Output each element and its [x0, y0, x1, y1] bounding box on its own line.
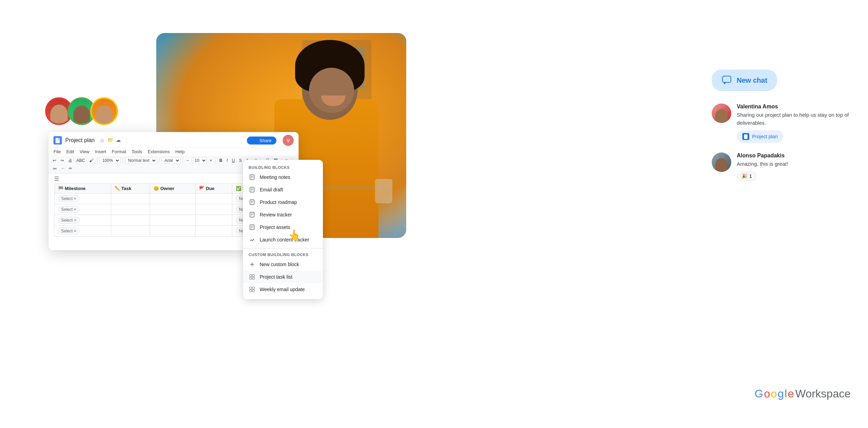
- cloud-icon[interactable]: ☁: [116, 137, 121, 144]
- menu-format[interactable]: Format: [112, 148, 126, 155]
- owner-cell-1[interactable]: [150, 194, 195, 204]
- undo-btn[interactable]: ↩: [51, 157, 58, 164]
- menu-edit[interactable]: Edit: [66, 148, 74, 155]
- milestone-cell-1[interactable]: Select ×: [55, 194, 111, 204]
- due-cell-1[interactable]: [195, 194, 232, 204]
- task-cell-4[interactable]: [111, 226, 150, 237]
- increase-font-btn[interactable]: +: [208, 157, 214, 164]
- dropdown-item-product-roadmap[interactable]: Product roadmap: [243, 196, 323, 208]
- milestone-select-3[interactable]: Select ×: [58, 217, 80, 224]
- zoom-select[interactable]: 100%: [99, 157, 120, 164]
- logo-letter-g2: g: [778, 387, 784, 400]
- svg-rect-32: [250, 290, 252, 292]
- style-select[interactable]: Normal text: [125, 157, 157, 164]
- chat-message-alonso: Alonso Papadakis Amazing, this is great!…: [712, 153, 851, 181]
- bold-btn[interactable]: B: [218, 157, 224, 164]
- alonso-name: Alonso Papadakis: [737, 153, 851, 159]
- spellcheck-btn[interactable]: ABC: [75, 157, 86, 164]
- logo-letter-g: G: [754, 387, 763, 400]
- dropdown-item-weekly-email[interactable]: Weekly email update: [243, 283, 323, 296]
- chat-message-valentina: Valentina Amos Sharing our project plan …: [712, 104, 851, 143]
- menu-insert[interactable]: Insert: [95, 148, 106, 155]
- svg-rect-30: [250, 287, 252, 289]
- menu-tools[interactable]: Tools: [132, 148, 142, 155]
- strikethrough-btn[interactable]: S: [237, 157, 243, 164]
- folder-icon[interactable]: 📁: [107, 137, 113, 144]
- menu-file[interactable]: File: [53, 148, 61, 155]
- share-button[interactable]: 👤 Share: [247, 137, 276, 145]
- building-blocks-label: BUILDLING BLOCKS: [243, 163, 323, 171]
- due-cell-2[interactable]: [195, 204, 232, 215]
- task-cell-2[interactable]: [111, 204, 150, 215]
- menu-extensions[interactable]: Extensions: [148, 148, 170, 155]
- milestone-select-4[interactable]: Select ×: [58, 228, 80, 234]
- svg-rect-1: [56, 140, 59, 140]
- dropdown-item-review-tracker[interactable]: Review tracker: [243, 208, 323, 221]
- weekly-email-label: Weekly email update: [260, 287, 305, 292]
- toolbar-separator-1: [97, 157, 97, 164]
- col-due: 🚩 Due: [195, 184, 232, 194]
- workspace-text: Workspace: [795, 387, 851, 400]
- user-avatar: V: [283, 135, 294, 146]
- svg-rect-28: [250, 277, 252, 279]
- reaction-badge[interactable]: 🎉 1: [737, 172, 757, 181]
- content-tracker-icon: [249, 236, 256, 243]
- dropdown-item-meeting-notes[interactable]: Meeting notes: [243, 171, 323, 183]
- dropdown-item-project-task-list[interactable]: Project task list: [243, 271, 323, 283]
- meeting-notes-icon: [249, 174, 256, 181]
- star-icon[interactable]: ☆: [100, 137, 105, 144]
- svg-rect-31: [252, 287, 254, 289]
- cursor-hand: 👆: [287, 228, 301, 242]
- milestone-cell-3[interactable]: Select ×: [55, 215, 111, 226]
- new-custom-block-label: New custom block: [260, 262, 299, 267]
- product-roadmap-label: Product roadmap: [260, 199, 297, 205]
- pen-btn[interactable]: ✏: [67, 165, 74, 172]
- underline-btn[interactable]: U: [231, 157, 236, 164]
- owner-cell-4[interactable]: [150, 226, 195, 237]
- alonso-message-text: Amazing, this is great!: [737, 160, 851, 168]
- toolbar-separator-5: [216, 157, 216, 164]
- milestone-cell-4[interactable]: Select ×: [55, 226, 111, 237]
- owner-cell-3[interactable]: [150, 215, 195, 226]
- review-tracker-icon: [249, 211, 256, 218]
- svg-rect-26: [250, 274, 252, 277]
- milestone-select-2[interactable]: Select ×: [58, 206, 80, 213]
- list-btn[interactable]: ≔: [51, 165, 58, 172]
- col-milestone: 🏁 Milestone: [55, 184, 111, 194]
- paintformat-btn[interactable]: 🖌: [88, 157, 95, 164]
- redo-btn[interactable]: ↪: [59, 157, 65, 164]
- more-btn[interactable]: ···: [60, 165, 66, 172]
- task-cell-3[interactable]: [111, 215, 150, 226]
- fontsize-select[interactable]: 10: [192, 157, 207, 164]
- plus-icon: [249, 261, 256, 268]
- dropdown-item-project-assets[interactable]: Project assets: [243, 221, 323, 233]
- content-tracker-label: Launch content tracker: [260, 237, 309, 242]
- dropdown-divider: [243, 248, 323, 248]
- reaction-count: 1: [749, 173, 752, 179]
- milestone-cell-2[interactable]: Select ×: [55, 204, 111, 215]
- menu-view[interactable]: View: [80, 148, 89, 155]
- dropdown-item-email-draft[interactable]: Email draft: [243, 183, 323, 196]
- review-tracker-label: Review tracker: [260, 212, 292, 217]
- col-owner: 😊 Owner: [150, 184, 195, 194]
- valentina-attachment[interactable]: Project plan: [737, 130, 783, 143]
- italic-btn[interactable]: I: [225, 157, 229, 164]
- dropdown-item-content-tracker[interactable]: Launch content tracker: [243, 233, 323, 246]
- col-task: ✏️ Task: [111, 184, 150, 194]
- task-cell-1[interactable]: [111, 194, 150, 204]
- meeting-notes-label: Meeting notes: [260, 174, 290, 180]
- print-btn[interactable]: 🖨: [67, 157, 74, 164]
- due-cell-4[interactable]: [195, 226, 232, 237]
- owner-cell-2[interactable]: [150, 204, 195, 215]
- dropdown-item-new-custom-block[interactable]: New custom block: [243, 258, 323, 271]
- logo-letter-e: e: [788, 387, 794, 400]
- project-assets-label: Project assets: [260, 224, 290, 230]
- due-cell-3[interactable]: [195, 215, 232, 226]
- milestone-select-1[interactable]: Select ×: [58, 195, 80, 202]
- project-task-list-label: Project task list: [260, 274, 292, 280]
- decrease-font-btn[interactable]: −: [185, 157, 190, 164]
- font-select[interactable]: Arial: [161, 157, 181, 164]
- toolbar-separator-3: [159, 157, 159, 164]
- new-chat-button[interactable]: New chat: [712, 69, 777, 91]
- menu-help[interactable]: Help: [175, 148, 185, 155]
